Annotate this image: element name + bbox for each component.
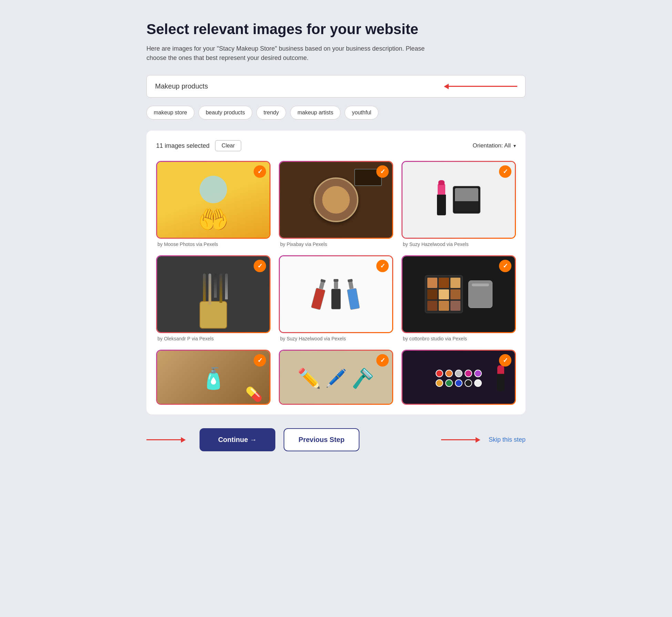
image-caption-4: by Oleksandr P via Pexels: [156, 336, 271, 341]
image-placeholder-1: 🤲: [157, 162, 269, 238]
search-arrow-indicator: [444, 84, 517, 89]
tag-chip-makeup-store[interactable]: makeup store: [146, 106, 194, 120]
image-item-2: ✓ by Pixabay via Pexels: [279, 161, 393, 247]
tag-chip-beauty-products[interactable]: beauty products: [198, 106, 252, 120]
bottom-actions: Continue → Previous Step Skip this step: [146, 428, 526, 451]
orientation-label: Orientation: All: [472, 142, 511, 149]
tag-chip-youthful[interactable]: youthful: [345, 106, 378, 120]
image-placeholder-4: [157, 256, 269, 332]
image-frame-2[interactable]: ✓: [279, 161, 393, 239]
image-frame-1[interactable]: 🤲 ✓: [156, 161, 271, 239]
previous-step-button[interactable]: Previous Step: [284, 428, 359, 451]
tag-chip-trendy[interactable]: trendy: [256, 106, 286, 120]
continue-button[interactable]: Continue →: [200, 428, 275, 451]
arrow-right2-icon: [476, 437, 480, 443]
search-bar-wrapper: [146, 75, 526, 97]
image-frame-3[interactable]: ✓: [401, 161, 516, 239]
arrow-line-icon: [146, 439, 181, 440]
image-item-7: 🧴 💊 ✓: [156, 350, 271, 405]
page-container: Select relevant images for your website …: [146, 21, 526, 451]
image-caption-5: by Suzy Hazelwood via Pexels: [279, 336, 393, 341]
image-item-3: ✓ by Suzy Hazelwood via Pexels: [401, 161, 516, 247]
image-caption-6: by cottonbro studio via Pexels: [401, 336, 516, 341]
image-caption-2: by Pixabay via Pexels: [279, 241, 393, 247]
image-frame-9[interactable]: ✓: [401, 350, 516, 405]
image-placeholder-3: [403, 162, 515, 238]
skip-link[interactable]: Skip this step: [489, 436, 526, 443]
tags-row: makeup store beauty products trendy make…: [146, 106, 526, 120]
image-frame-7[interactable]: 🧴 💊 ✓: [156, 350, 271, 405]
image-placeholder-2: [280, 162, 392, 238]
left-arrow-indicator: [146, 437, 186, 443]
image-placeholder-9: [403, 351, 515, 405]
image-item-8: ✏️ 🖊️ 🪒 ✓: [279, 350, 393, 405]
images-grid: 🤲 ✓ by Moose Photos via Pexels: [156, 161, 516, 405]
arrow-line-right-icon: [441, 439, 476, 440]
page-title: Select relevant images for your website: [146, 21, 526, 38]
arrow-line: [448, 86, 517, 87]
image-frame-8[interactable]: ✏️ 🖊️ 🪒 ✓: [279, 350, 393, 405]
image-placeholder-8: ✏️ 🖊️ 🪒: [280, 351, 392, 405]
image-item-4: ✓ by Oleksandr P via Pexels: [156, 255, 271, 341]
image-placeholder-7: 🧴 💊: [157, 351, 269, 405]
image-placeholder-5: [280, 256, 392, 332]
gallery-header: 11 images selected Clear Orientation: Al…: [156, 140, 516, 151]
gallery-panel: 11 images selected Clear Orientation: Al…: [146, 131, 526, 414]
image-caption-3: by Suzy Hazelwood via Pexels: [401, 241, 516, 247]
image-frame-5[interactable]: ✓: [279, 255, 393, 333]
image-item-6: ✓ by cottonbro studio via Pexels: [401, 255, 516, 341]
image-frame-6[interactable]: ✓: [401, 255, 516, 333]
image-item-1: 🤲 ✓ by Moose Photos via Pexels: [156, 161, 271, 247]
arrow-right-icon: [181, 437, 186, 443]
image-item-5: ✓ by Suzy Hazelwood via Pexels: [279, 255, 393, 341]
arrow-head-icon: [444, 84, 449, 89]
right-arrow-indicator: [441, 437, 480, 443]
orientation-selector[interactable]: Orientation: All ▾: [472, 142, 516, 149]
images-selected-count: 11 images selected: [156, 142, 210, 150]
chevron-down-icon: ▾: [513, 143, 516, 148]
page-subtitle: Here are images for your "Stacy Makeup S…: [146, 44, 429, 63]
gallery-header-left: 11 images selected Clear: [156, 140, 241, 151]
image-frame-4[interactable]: ✓: [156, 255, 271, 333]
image-placeholder-6: [403, 256, 515, 332]
image-item-9: ✓: [401, 350, 516, 405]
clear-button[interactable]: Clear: [215, 140, 241, 151]
image-caption-1: by Moose Photos via Pexels: [156, 241, 271, 247]
tag-chip-makeup-artists[interactable]: makeup artists: [290, 106, 340, 120]
